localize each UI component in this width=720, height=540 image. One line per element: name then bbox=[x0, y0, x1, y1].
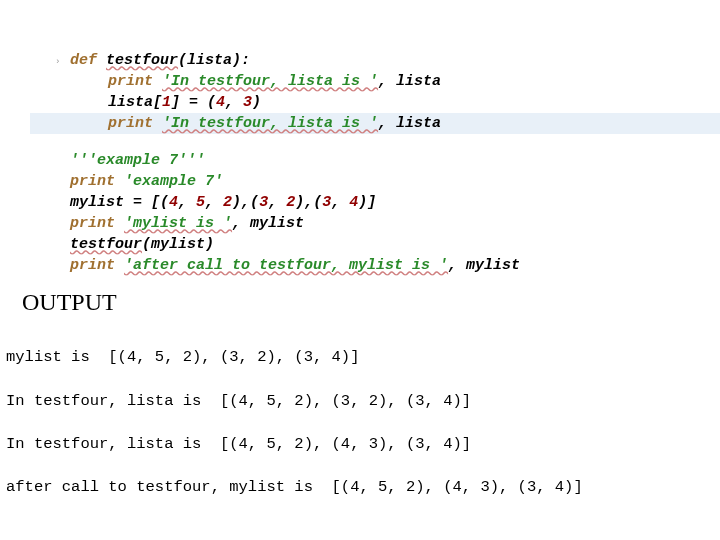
keyword: print bbox=[108, 115, 162, 132]
number: 4 bbox=[216, 94, 225, 111]
keyword: print bbox=[108, 73, 162, 90]
code-text: mylist = [( bbox=[70, 194, 169, 211]
output-line: mylist is [(4, 5, 2), (3, 2), (3, 4)] bbox=[6, 347, 720, 369]
code-text: , bbox=[178, 194, 196, 211]
code-text: , bbox=[225, 94, 243, 111]
code-line: print 'In testfour, lista is ', lista bbox=[30, 71, 720, 92]
keyword: def bbox=[70, 52, 106, 69]
number: 5 bbox=[196, 194, 205, 211]
string: 'mylist is ' bbox=[124, 215, 232, 232]
code-text: , bbox=[331, 194, 349, 211]
number: 4 bbox=[349, 194, 358, 211]
keyword: print bbox=[70, 173, 124, 190]
code-line: mylist = [(4, 5, 2),(3, 2),(3, 4)] bbox=[30, 192, 720, 213]
code-text: , bbox=[205, 194, 223, 211]
output-heading: OUTPUT bbox=[0, 276, 720, 326]
code-text: , bbox=[268, 194, 286, 211]
output-block: mylist is [(4, 5, 2), (3, 2), (3, 4)] In… bbox=[0, 326, 720, 521]
keyword: print bbox=[70, 257, 124, 274]
code-line: print 'mylist is ', mylist bbox=[30, 213, 720, 234]
keyword: print bbox=[70, 215, 124, 232]
output-line: In testfour, lista is [(4, 5, 2), (3, 2)… bbox=[6, 391, 720, 413]
code-line: print 'example 7' bbox=[30, 171, 720, 192]
number: 2 bbox=[223, 194, 232, 211]
code-text: ),( bbox=[295, 194, 322, 211]
code-line: lista[1] = (4, 3) bbox=[30, 92, 720, 113]
code-line: def testfour(lista): bbox=[30, 50, 720, 71]
function-name: testfour bbox=[106, 52, 178, 69]
code-text: , lista bbox=[378, 73, 441, 90]
number: 3 bbox=[322, 194, 331, 211]
string: 'In testfour, lista is ' bbox=[162, 115, 378, 132]
string: 'after call to testfour, mylist is ' bbox=[124, 257, 448, 274]
code-text: ) bbox=[252, 94, 261, 111]
line-marker: › bbox=[55, 56, 60, 69]
string: 'In testfour, lista is ' bbox=[162, 73, 378, 90]
docstring: '''example 7''' bbox=[70, 152, 205, 169]
code-text: , mylist bbox=[448, 257, 520, 274]
output-line: after call to testfour, mylist is [(4, 5… bbox=[6, 477, 720, 499]
number: 3 bbox=[243, 94, 252, 111]
number: 3 bbox=[259, 194, 268, 211]
string: 'example 7' bbox=[124, 173, 223, 190]
code-line: testfour(mylist) bbox=[30, 234, 720, 255]
number: 4 bbox=[169, 194, 178, 211]
number: 2 bbox=[286, 194, 295, 211]
blank-line bbox=[30, 134, 720, 150]
code-text: lista[ bbox=[108, 94, 162, 111]
code-block: def testfour(lista): print 'In testfour,… bbox=[0, 0, 720, 276]
code-line: print 'after call to testfour, mylist is… bbox=[30, 255, 720, 276]
code-text: ),( bbox=[232, 194, 259, 211]
code-text: (lista): bbox=[178, 52, 250, 69]
number: 1 bbox=[162, 94, 171, 111]
code-text: (mylist) bbox=[142, 236, 214, 253]
function-call: testfour bbox=[70, 236, 142, 253]
code-text: , lista bbox=[378, 115, 441, 132]
code-text: , mylist bbox=[232, 215, 304, 232]
code-text: ] = ( bbox=[171, 94, 216, 111]
output-line: In testfour, lista is [(4, 5, 2), (4, 3)… bbox=[6, 434, 720, 456]
code-text: )] bbox=[358, 194, 376, 211]
code-line-highlighted: print 'In testfour, lista is ', lista bbox=[30, 113, 720, 134]
code-line: '''example 7''' bbox=[30, 150, 720, 171]
